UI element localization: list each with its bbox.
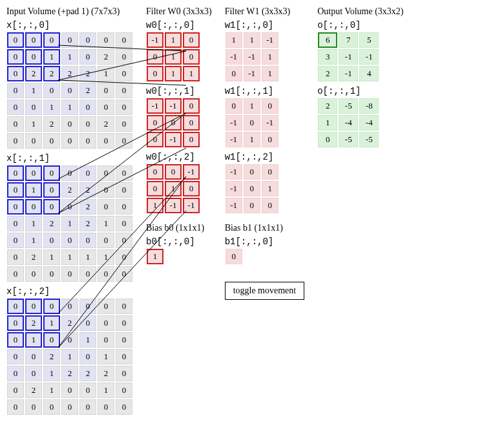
output-cell: 1 [318, 115, 337, 131]
input-cell: 1 [25, 332, 42, 348]
input-cell: 0 [43, 299, 60, 314]
input-cell: 0 [79, 116, 96, 132]
input-cell: 0 [7, 249, 24, 265]
input-cell: 0 [43, 32, 60, 48]
w1-cell: 1 [244, 132, 260, 147]
w0-cell: 1 [165, 32, 182, 48]
input-cell: 0 [116, 315, 132, 331]
output-cell: 6 [318, 32, 337, 48]
output-title: Output Volume (3x3x2) [317, 6, 403, 17]
w1-cell: -1 [226, 132, 242, 147]
input-cell: 0 [61, 199, 78, 215]
input-cell: 0 [98, 399, 114, 415]
w0-cell: 1 [183, 66, 200, 81]
input-cell: 2 [98, 49, 114, 65]
w1-cell: -1 [262, 32, 278, 48]
input-cell: 0 [7, 83, 24, 98]
w1-cell: -1 [226, 198, 242, 213]
w0-cell: 0 [147, 181, 163, 196]
input-cell: 2 [25, 383, 42, 398]
input-cell: 0 [79, 383, 96, 398]
w1-cell: 0 [244, 181, 260, 196]
filter-w1-column: Filter W1 (3x3x3) w1[:,:,0]11-1-1-110-11… [225, 6, 305, 300]
input-cell: 0 [61, 233, 78, 248]
w1-cell: 0 [244, 115, 260, 131]
input-cell: 0 [7, 266, 24, 282]
input-cell: 1 [79, 249, 96, 265]
input-cell: 0 [61, 399, 78, 415]
w1-cell: 1 [262, 181, 278, 196]
input-cell: 1 [25, 216, 42, 231]
w1-cell: 1 [244, 98, 260, 114]
input-column: Input Volume (+pad 1) (7x7x3) x[:,:,0]00… [6, 6, 133, 419]
input-cell: 1 [98, 66, 114, 81]
w1-slice-label: w1[:,:,2] [225, 152, 305, 162]
input-cell: 1 [61, 349, 78, 364]
input-cell: 0 [61, 32, 78, 48]
w0-cell: 1 [165, 49, 182, 65]
input-cell: 0 [7, 315, 24, 331]
b0-label: b0[:,:,0] [146, 237, 212, 247]
w0-title: Filter W0 (3x3x3) [146, 6, 212, 17]
output-cell: -5 [339, 132, 358, 147]
input-cell: 0 [79, 349, 96, 364]
w0-cell: 0 [183, 132, 200, 147]
input-cell: 1 [61, 100, 78, 115]
w1-cell: -1 [226, 115, 242, 131]
input-cell: 0 [43, 182, 60, 198]
input-cell: 2 [61, 366, 78, 381]
b1-label: b1[:,:,0] [225, 237, 305, 247]
input-cell: 0 [7, 100, 24, 115]
input-cell: 0 [116, 116, 132, 132]
output-cell: 7 [339, 32, 358, 48]
input-cell: 2 [79, 216, 96, 231]
toggle-movement-button[interactable]: toggle movement [225, 282, 305, 300]
input-cell: 0 [98, 100, 114, 115]
input-cell: 2 [79, 366, 96, 381]
input-cell: 0 [98, 266, 114, 282]
input-cell: 0 [25, 100, 42, 115]
input-cell: 0 [116, 32, 132, 48]
output-cell: -5 [339, 98, 358, 114]
w1-cell: 1 [226, 32, 242, 48]
w1-cell: 0 [262, 198, 278, 213]
output-cell: -1 [359, 49, 379, 65]
w1-cell: 0 [226, 66, 242, 81]
input-cell: 2 [79, 182, 96, 198]
w0-cell: -1 [165, 132, 182, 147]
w0-cell: 0 [183, 49, 200, 65]
output-cell: -5 [359, 132, 379, 147]
input-cell: 0 [98, 332, 114, 348]
input-cell: 0 [116, 165, 132, 181]
input-cell: 0 [43, 83, 60, 98]
input-cell: 0 [61, 83, 78, 98]
input-cell: 0 [7, 165, 24, 181]
w0-cell: 0 [165, 115, 182, 131]
output-cell: 3 [318, 49, 337, 65]
input-cell: 0 [79, 299, 96, 314]
w0-cell: 1 [165, 66, 182, 81]
input-cell: 0 [25, 133, 42, 149]
input-cell: 1 [43, 315, 60, 331]
b0-title: Bias b0 (1x1x1) [146, 223, 212, 233]
input-cell: 0 [98, 299, 114, 314]
w1-cell: 0 [244, 198, 260, 213]
input-cell: 0 [61, 266, 78, 282]
input-cell: 1 [43, 49, 60, 65]
input-cell: 0 [7, 66, 24, 81]
input-cell: 0 [98, 199, 114, 215]
w0-cell: 0 [183, 115, 200, 131]
input-cell: 0 [7, 32, 24, 48]
input-cell: 0 [43, 399, 60, 415]
w0-cell: 1 [165, 181, 182, 196]
input-cell: 0 [79, 32, 96, 48]
input-cell: 0 [98, 182, 114, 198]
w0-slice-label: w0[:,:,2] [146, 152, 212, 162]
w0-cell: 0 [147, 66, 163, 81]
input-cell: 0 [7, 133, 24, 149]
input-cell: 2 [25, 315, 42, 331]
input-cell: 0 [116, 332, 132, 348]
output-cell: -4 [359, 115, 379, 131]
w1-cell: 0 [244, 164, 260, 180]
w0-cell: -1 [147, 32, 163, 48]
